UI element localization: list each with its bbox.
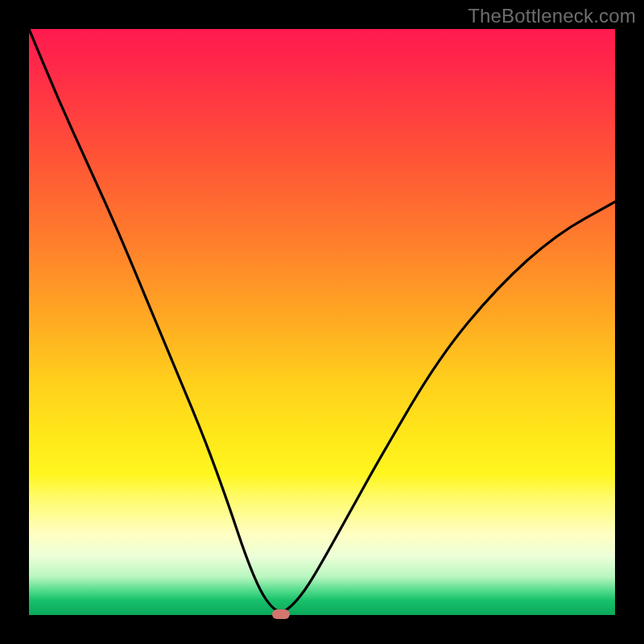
chart-frame: TheBottleneck.com <box>0 0 644 644</box>
bottleneck-curve <box>29 29 615 615</box>
plot-area <box>29 29 615 615</box>
minimum-marker <box>272 609 290 619</box>
watermark-text: TheBottleneck.com <box>468 5 636 27</box>
